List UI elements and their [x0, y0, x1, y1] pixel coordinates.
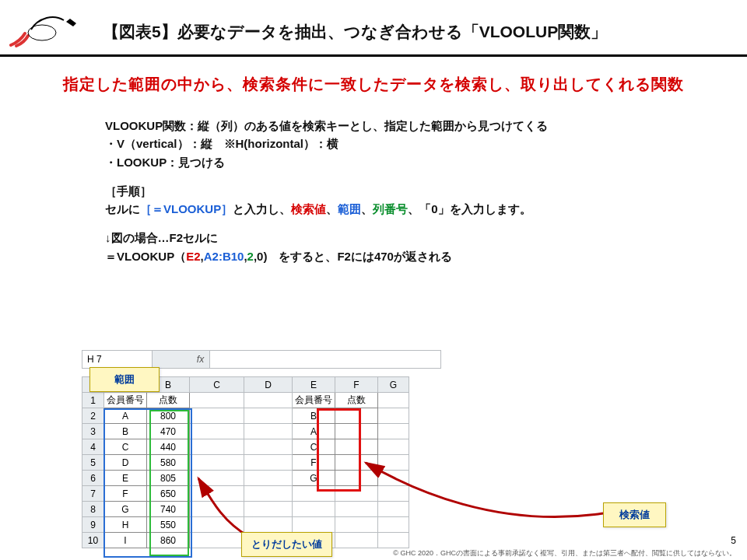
- fx-icon[interactable]: fx: [191, 351, 210, 368]
- row-header: 3: [82, 424, 104, 439]
- cell[interactable]: [378, 471, 409, 486]
- cell[interactable]: [190, 486, 244, 502]
- txt-key: 検索値: [291, 202, 326, 215]
- col-header: F: [335, 377, 378, 393]
- cell[interactable]: [378, 517, 409, 533]
- cell[interactable]: [190, 471, 244, 486]
- cell[interactable]: A: [293, 424, 335, 439]
- row-header: 6: [82, 471, 104, 486]
- cell[interactable]: 470: [147, 424, 190, 439]
- col-header: D: [244, 377, 293, 393]
- page-number: 5: [731, 535, 736, 546]
- txt: 、: [361, 202, 373, 215]
- cell[interactable]: [378, 408, 409, 424]
- cell[interactable]: [378, 502, 409, 517]
- txt-col: 2: [247, 250, 254, 263]
- cell[interactable]: [378, 455, 409, 471]
- logo: [9, 14, 79, 50]
- cell[interactable]: D: [104, 455, 147, 471]
- grid: A B C D E F G 1 会員番号 点数 会員番号 点数 2 A 800 …: [82, 376, 409, 548]
- cell[interactable]: C: [104, 439, 147, 455]
- cell[interactable]: [244, 393, 293, 408]
- cell[interactable]: [244, 439, 293, 455]
- cell[interactable]: 860: [147, 533, 190, 548]
- cell[interactable]: [293, 502, 335, 517]
- row-header: 9: [82, 517, 104, 533]
- cell[interactable]: B: [293, 408, 335, 424]
- cell[interactable]: [244, 486, 293, 502]
- cell[interactable]: [190, 455, 244, 471]
- cell[interactable]: H: [104, 517, 147, 533]
- cell[interactable]: [335, 424, 378, 439]
- cell[interactable]: [190, 393, 244, 408]
- cell[interactable]: 440: [147, 439, 190, 455]
- cell[interactable]: 550: [147, 517, 190, 533]
- cell[interactable]: A: [104, 408, 147, 424]
- cell[interactable]: 会員番号: [104, 393, 147, 408]
- cell[interactable]: 580: [147, 455, 190, 471]
- body-line: ［手順］: [105, 182, 747, 200]
- cell[interactable]: [378, 393, 409, 408]
- cell[interactable]: 点数: [147, 393, 190, 408]
- row-header: 5: [82, 455, 104, 471]
- cell[interactable]: [378, 439, 409, 455]
- row-header: 7: [82, 486, 104, 502]
- cell[interactable]: [244, 502, 293, 517]
- subtitle: 指定した範囲の中から、検索条件に一致したデータを検索し、取り出してくれる関数: [16, 74, 731, 95]
- cell[interactable]: G: [104, 502, 147, 517]
- cell[interactable]: [190, 439, 244, 455]
- cell[interactable]: 会員番号: [293, 393, 335, 408]
- cell[interactable]: 805: [147, 471, 190, 486]
- copyright: © GHC 2020．GHCの書面による事前承諾なく複写、引用、または第三者へ配…: [393, 548, 736, 558]
- cell[interactable]: C: [293, 439, 335, 455]
- name-box[interactable]: H 7: [82, 351, 153, 368]
- txt: 、「0」を入力します。: [408, 202, 531, 215]
- cell[interactable]: [335, 439, 378, 455]
- cell[interactable]: [244, 424, 293, 439]
- cell[interactable]: [293, 517, 335, 533]
- cell[interactable]: F: [293, 455, 335, 471]
- cell[interactable]: I: [104, 533, 147, 548]
- txt: ＝VLOOKUP（: [105, 250, 186, 263]
- note-key: 検索値: [603, 502, 666, 527]
- cell[interactable]: 点数: [335, 393, 378, 408]
- cell[interactable]: [335, 471, 378, 486]
- cell[interactable]: [335, 517, 378, 533]
- txt-formula: ［＝VLOOKUP］: [140, 202, 233, 215]
- cell[interactable]: [244, 455, 293, 471]
- txt-key: E2: [186, 250, 200, 263]
- cell[interactable]: [378, 533, 409, 548]
- formula-input[interactable]: [210, 351, 440, 368]
- body-line: ・LOOKUP：見つける: [105, 153, 747, 171]
- body-line: ＝VLOOKUP（E2,A2:B10,2,0) をすると、F2には470が返され…: [105, 247, 747, 265]
- note-range: 範囲: [89, 367, 160, 392]
- cell[interactable]: [378, 424, 409, 439]
- cell[interactable]: [335, 408, 378, 424]
- cell[interactable]: [244, 517, 293, 533]
- header: 【図表5】必要なデータを抽出、つなぎ合わせる「VLOOLUP関数」: [0, 0, 747, 57]
- cell[interactable]: B: [104, 424, 147, 439]
- cell[interactable]: [244, 408, 293, 424]
- cell[interactable]: 800: [147, 408, 190, 424]
- cell[interactable]: [335, 533, 378, 548]
- body-text: VLOOKUP関数：縦（列）のある値を検索キーとし、指定した範囲から見つけてくる…: [105, 117, 747, 265]
- svg-point-0: [28, 25, 56, 40]
- cell[interactable]: [190, 517, 244, 533]
- cell[interactable]: 740: [147, 502, 190, 517]
- cell[interactable]: [190, 533, 244, 548]
- cell[interactable]: [335, 486, 378, 502]
- cell[interactable]: E: [104, 471, 147, 486]
- cell[interactable]: [335, 502, 378, 517]
- cell[interactable]: [190, 424, 244, 439]
- cell[interactable]: G: [293, 471, 335, 486]
- cell[interactable]: [378, 486, 409, 502]
- cell[interactable]: 650: [147, 486, 190, 502]
- cell[interactable]: [190, 502, 244, 517]
- cell[interactable]: [244, 471, 293, 486]
- cell[interactable]: [293, 486, 335, 502]
- cell[interactable]: [190, 408, 244, 424]
- cell[interactable]: [335, 455, 378, 471]
- txt-range: A2:B10: [204, 250, 244, 263]
- body-line: セルに［＝VLOOKUP］と入力し、検索値、範囲、列番号、「0」を入力します。: [105, 200, 747, 218]
- cell[interactable]: F: [104, 486, 147, 502]
